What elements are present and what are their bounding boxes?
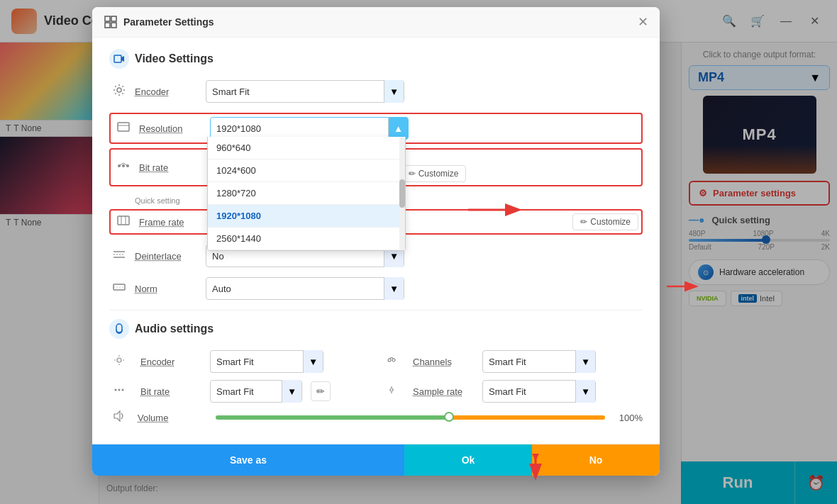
- audio-channels-select[interactable]: Smart Fit ▼: [482, 350, 596, 373]
- svg-rect-4: [114, 55, 121, 62]
- norm-dropdown-arrow[interactable]: ▼: [384, 277, 404, 300]
- audio-encoder-arrow[interactable]: ▼: [303, 350, 323, 373]
- svg-point-6: [117, 88, 121, 92]
- norm-value: Auto: [206, 284, 384, 294]
- audio-encoder-select[interactable]: Smart Fit ▼: [210, 350, 323, 373]
- audio-channels-value: Smart Fit: [483, 357, 575, 367]
- audio-bitrate-select[interactable]: Smart Fit ▼: [210, 380, 302, 403]
- customize-btn-1[interactable]: ✏ Customize: [401, 165, 467, 182]
- video-settings-icon: [109, 49, 129, 69]
- audio-channels-icon: [382, 354, 401, 369]
- svg-point-25: [392, 359, 395, 362]
- modal-body: Video Settings Encoder Smart Fit ▼ Resol…: [92, 38, 660, 444]
- svg-point-26: [115, 389, 117, 391]
- audio-settings-icon: [109, 319, 129, 339]
- scrollbar-thumb: [399, 179, 405, 208]
- modal-footer: Save as Ok No: [92, 444, 660, 476]
- audio-settings-section: Audio settings Encoder Smart Fit ▼: [109, 310, 643, 425]
- video-settings-header: Video Settings: [109, 49, 643, 69]
- volume-thumb[interactable]: [444, 412, 454, 422]
- audio-encoder-value: Smart Fit: [211, 357, 303, 367]
- modal-title: Parameter Settings: [123, 16, 214, 28]
- norm-label: Norm: [135, 284, 206, 294]
- resolution-dropdown[interactable]: 960*640 1024*600 1280*720 1920*1080 2560…: [207, 137, 406, 251]
- encoder-label: Encoder: [135, 86, 206, 97]
- audio-bitrate-row: Bit rate Smart Fit ▼ ✏ Sample rate Smart…: [109, 380, 643, 403]
- audio-bitrate-col: Bit rate Smart Fit ▼ ✏: [109, 380, 370, 403]
- volume-track[interactable]: [216, 415, 605, 420]
- encoder-select[interactable]: Smart Fit ▼: [206, 80, 404, 103]
- dropdown-item-1280[interactable]: 1280*720: [208, 182, 405, 205]
- no-button[interactable]: No: [532, 444, 660, 476]
- deinterlace-icon: [109, 247, 129, 264]
- svg-rect-2: [105, 23, 110, 28]
- resolution-icon: [113, 120, 133, 137]
- audio-channels-label: Channels: [413, 357, 477, 367]
- volume-label: Volume: [138, 413, 201, 423]
- audio-sample-select[interactable]: Smart Fit ▼: [482, 380, 596, 403]
- pencil-icon: ✏: [409, 169, 416, 179]
- ok-button[interactable]: Ok: [404, 444, 532, 476]
- audio-encoder-col: Encoder Smart Fit ▼: [109, 350, 370, 373]
- framerate-icon: [113, 213, 133, 230]
- resolution-row: Resolution 1920*1080 ▲ 960*640 1024*600 …: [109, 113, 643, 144]
- svg-point-24: [388, 359, 391, 362]
- dropdown-item-1024[interactable]: 1024*600: [208, 159, 405, 182]
- save-as-button[interactable]: Save as: [92, 444, 404, 476]
- svg-rect-7: [118, 123, 129, 131]
- audio-bitrate-label: Bit rate: [140, 386, 204, 397]
- audio-encoder-row: Encoder Smart Fit ▼ Channels Smart Fit ▼: [109, 350, 643, 373]
- svg-point-28: [122, 389, 124, 391]
- encoder-dropdown-arrow[interactable]: ▼: [384, 80, 404, 103]
- audio-bitrate-icon: [109, 383, 129, 399]
- audio-settings-title: Audio settings: [135, 323, 214, 335]
- audio-encoder-label: Encoder: [140, 357, 204, 367]
- encoder-value: Smart Fit: [206, 86, 384, 97]
- audio-bitrate-arrow[interactable]: ▼: [282, 380, 301, 403]
- customize-btn-2[interactable]: ✏ Customize: [572, 213, 638, 230]
- dropdown-scrollbar[interactable]: [399, 137, 405, 250]
- norm-select[interactable]: Auto ▼: [206, 277, 404, 300]
- svg-point-29: [390, 388, 393, 391]
- svg-rect-14: [118, 216, 129, 225]
- audio-bitrate-edit-button[interactable]: ✏: [311, 381, 331, 401]
- audio-settings-header: Audio settings: [109, 319, 643, 339]
- framerate-label: Frame rate: [139, 217, 210, 228]
- dropdown-item-1920[interactable]: 1920*1080: [208, 205, 405, 228]
- bitrate-icon: [113, 159, 133, 176]
- modal-titlebar: Parameter Settings ✕: [92, 7, 660, 38]
- volume-row: Volume 100%: [109, 410, 643, 425]
- modal-title-icon: [104, 15, 118, 29]
- svg-point-27: [118, 389, 121, 391]
- volume-icon: [109, 410, 129, 425]
- modal-close-button[interactable]: ✕: [638, 14, 648, 30]
- norm-row: Norm Auto ▼: [109, 277, 643, 300]
- dropdown-item-2560[interactable]: 2560*1440: [208, 228, 405, 250]
- bitrate-label: Bit rate: [139, 162, 210, 173]
- audio-channels-col: Channels Smart Fit ▼: [382, 350, 643, 373]
- video-settings-title: Video Settings: [135, 52, 214, 65]
- audio-encoder-icon: [109, 354, 129, 369]
- svg-rect-0: [105, 16, 110, 21]
- deinterlace-label: Deinterlace: [135, 251, 206, 262]
- audio-sample-value: Smart Fit: [483, 386, 575, 397]
- audio-sample-arrow[interactable]: ▼: [575, 380, 595, 403]
- audio-channels-arrow[interactable]: ▼: [575, 350, 595, 373]
- parameter-settings-modal: Parameter Settings ✕ Video Settings Enco…: [92, 7, 660, 476]
- svg-rect-1: [111, 16, 116, 21]
- audio-sample-col: Sample rate Smart Fit ▼: [382, 380, 643, 403]
- encoder-icon: [109, 83, 129, 100]
- norm-icon: [109, 280, 129, 297]
- audio-bitrate-value: Smart Fit: [211, 386, 282, 397]
- audio-sample-icon: [382, 383, 401, 399]
- resolution-value: 1920*1080: [211, 123, 388, 134]
- deinterlace-value: No: [206, 251, 384, 262]
- svg-rect-3: [111, 23, 116, 28]
- svg-point-23: [117, 358, 121, 362]
- pencil-icon-2: ✏: [580, 217, 587, 227]
- dropdown-item-960[interactable]: 960*640: [208, 137, 405, 159]
- encoder-row: Encoder Smart Fit ▼: [109, 80, 643, 103]
- audio-sample-label: Sample rate: [413, 386, 477, 397]
- svg-point-10: [122, 164, 125, 167]
- resolution-label: Resolution: [139, 123, 210, 134]
